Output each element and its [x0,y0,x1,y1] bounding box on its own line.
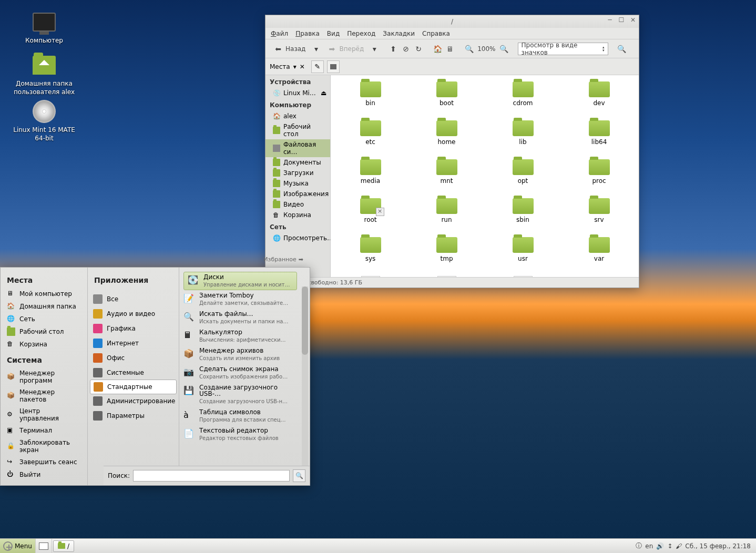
folder-sbin[interactable]: sbin [485,196,560,234]
sidebar-downloads[interactable]: Загрузки [265,168,330,178]
sidebar-trash[interactable]: 🗑Корзина [265,210,330,220]
place-trash[interactable]: 🗑Корзина [1,338,87,351]
favorites-toggle[interactable]: Избранное ➡ [263,256,303,263]
menu-help[interactable]: Справка [422,30,450,37]
app-item-5[interactable]: 📷Сделать снимок экранаСохранить изображе… [179,364,301,382]
system-terminal[interactable]: ▣Терминал [1,424,87,437]
close-sidebar-button[interactable]: ✕ [300,63,305,70]
file-grid[interactable]: binbootcdromdevetchomeliblib64mediamntop… [331,75,639,277]
sidebar-browse-network[interactable]: 🌐Просмотреть… [265,233,330,243]
sidebar-pictures[interactable]: Изображения [265,189,330,199]
system-logout[interactable]: ↪Завершить сеанс [1,456,87,468]
folder-var[interactable]: var [561,235,637,273]
tray-updates-icon[interactable]: 🖌 [676,542,682,550]
app-item-4[interactable]: 📦Менеджер архивовСоздать или изменить ар… [179,345,301,364]
show-desktop-button[interactable] [36,539,52,553]
folder-sys[interactable]: sys [333,235,408,273]
folder-mnt[interactable]: mnt [409,157,484,195]
system-quit[interactable]: ⏻Выйти [1,468,87,481]
maximize-button[interactable]: ☐ [618,16,625,24]
desktop-icon-computer[interactable]: Компьютер [13,9,76,45]
sidebar-device[interactable]: 💿Linux Mi…⏏ [265,88,330,98]
back-dropdown[interactable]: ▾ [311,44,321,54]
folder-tmp[interactable]: tmp [409,235,484,273]
desktop-icon-installer[interactable]: Linux Mint 16 MATE 64-bit [13,99,76,142]
app-item-0[interactable]: 💽ДискиУправление дисками и носителями [183,272,297,290]
place-home[interactable]: 🏠Домашняя папка [1,300,87,313]
search-input[interactable] [133,470,290,482]
category-1[interactable]: Аудио и видео [88,306,179,321]
category-6[interactable]: Стандартные [90,380,177,394]
place-network[interactable]: 🌐Сеть [1,313,87,325]
tray-network-icon[interactable]: ↕ [667,542,672,550]
tray-volume-icon[interactable]: 🔊 [656,542,664,550]
home-button[interactable]: 🏠 [432,44,443,54]
app-item-3[interactable]: 🖩КалькуляторВычисления: арифметические, … [179,327,301,345]
tray-language[interactable]: en [645,542,653,550]
view-mode-select[interactable]: Просмотр в виде значков ▴▾ [518,43,608,55]
folder-boot[interactable]: boot [409,79,484,117]
zoom-in-button[interactable]: 🔍 [499,44,509,54]
app-item-7[interactable]: àТаблица символовПрограмма для вставки с… [179,407,301,425]
folder-root[interactable]: root [333,196,408,234]
app-item-2[interactable]: 🔍Искать файлы…Искать документы и папки н… [179,309,301,327]
menu-edit[interactable]: Правка [295,30,320,37]
path-root-button[interactable] [327,60,340,73]
sidebar-desktop[interactable]: Рабочий стол [265,121,330,139]
tray-info-icon[interactable]: ⓘ [636,541,642,550]
menu-file[interactable]: Файл [271,30,288,37]
app-item-1[interactable]: 📝Заметки TomboyДелайте заметки, связывай… [179,290,301,309]
folder-proc[interactable]: proc [561,157,637,195]
category-3[interactable]: Интернет [88,336,179,351]
sidebar-documents[interactable]: Документы [265,157,330,168]
category-4[interactable]: Офис [88,351,179,365]
sidebar-videos[interactable]: Видео [265,199,330,210]
folder-lib[interactable]: lib [485,118,560,156]
folder-etc[interactable]: etc [333,118,408,156]
up-button[interactable]: ⬆ [388,44,399,54]
search-button[interactable]: 🔍 [293,469,305,482]
eject-icon[interactable]: ⏏ [321,89,326,97]
sidebar-home[interactable]: 🏠alex [265,111,330,121]
app-item-6[interactable]: 💾Создание загрузочного USB-…Создание заг… [179,382,301,407]
system-lock[interactable]: 🔒Заблокировать экран [1,437,87,456]
folder-srv[interactable]: srv [561,196,637,234]
place-desktop[interactable]: Рабочий стол [1,325,87,338]
folder-bin[interactable]: bin [333,79,408,117]
apps-scrollbar[interactable] [302,286,308,466]
folder-dev[interactable]: dev [561,79,637,117]
folder-run[interactable]: run [409,196,484,234]
system-package-manager[interactable]: 📦Менеджер пакетов [1,386,87,405]
category-7[interactable]: Администрирование [88,394,179,408]
category-0[interactable]: Все [88,292,179,306]
forward-dropdown[interactable]: ▾ [369,44,380,54]
folder-opt[interactable]: opt [485,157,560,195]
window-titlebar[interactable]: / ─ ☐ ✕ [265,15,639,28]
menu-bookmarks[interactable]: Закладки [383,30,415,37]
app-item-8[interactable]: 📄Текстовый редакторРедактор текстовых фа… [179,425,301,444]
places-dropdown[interactable]: ▾ [293,63,297,70]
zoom-out-button[interactable]: 🔍 [464,44,474,54]
close-button[interactable]: ✕ [629,16,637,24]
sidebar-filesystem[interactable]: Файловая си… [265,139,330,157]
computer-button[interactable]: 🖥 [445,44,455,54]
category-8[interactable]: Параметры [88,408,179,423]
minimize-button[interactable]: ─ [606,16,614,24]
sidebar-music[interactable]: Музыка [265,178,330,189]
menu-go[interactable]: Переход [347,30,375,37]
folder-cdrom[interactable]: cdrom [485,79,560,117]
menu-button[interactable]: Menu [0,539,36,553]
folder-home[interactable]: home [409,118,484,156]
place-my-computer[interactable]: 🖥Мой компьютер [1,288,87,300]
folder-media[interactable]: media [333,157,408,195]
system-control-center[interactable]: ⚙Центр управления [1,405,87,424]
desktop-icon-home[interactable]: Домашняя папка пользователя alex [13,53,76,96]
edit-path-button[interactable]: ✎ [311,60,324,73]
search-button[interactable]: 🔍 [617,44,627,54]
stop-button[interactable]: ⊘ [401,44,411,54]
category-5[interactable]: Системные [88,365,179,380]
category-2[interactable]: Графика [88,321,179,336]
taskbar-task-filemanager[interactable]: / [53,540,74,552]
forward-button[interactable]: ➡Вперёд [323,43,367,55]
menu-view[interactable]: Вид [327,30,340,37]
